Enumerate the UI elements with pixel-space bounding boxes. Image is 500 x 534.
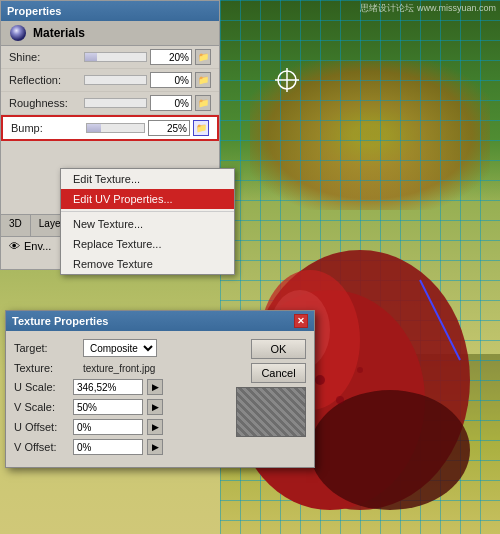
tab-3d[interactable]: 3D: [1, 215, 31, 236]
texture-properties-dialog: Texture Properties ✕ Target: Composite T…: [5, 310, 315, 468]
bump-value[interactable]: 25%: [148, 120, 190, 136]
shine-value[interactable]: 20%: [150, 49, 192, 65]
roughness-slider: 0% 📁: [84, 95, 211, 111]
vscale-value[interactable]: 50%: [73, 399, 143, 415]
reflection-label: Reflection:: [9, 74, 84, 86]
texture-name-row: Texture: texture_front.jpg: [14, 362, 228, 374]
context-menu-item-new-texture[interactable]: New Texture...: [61, 214, 234, 234]
context-menu-separator: [61, 211, 234, 212]
env-text: Env...: [24, 240, 51, 252]
dialog-titlebar: Texture Properties ✕: [6, 311, 314, 331]
shine-folder-icon[interactable]: 📁: [195, 49, 211, 65]
svg-point-13: [10, 25, 26, 41]
dialog-title: Texture Properties: [12, 315, 108, 327]
dialog-right-panel: OK Cancel: [236, 339, 306, 459]
context-menu: Edit Texture... Edit UV Properties... Ne…: [60, 168, 235, 275]
vscale-arrow[interactable]: ▶: [147, 399, 163, 415]
vscale-label: V Scale:: [14, 401, 69, 413]
shine-bar-fill: [85, 53, 97, 61]
svg-point-8: [357, 367, 363, 373]
uoffset-arrow[interactable]: ▶: [147, 419, 163, 435]
texture-label: Texture:: [14, 362, 79, 374]
context-menu-item-replace-texture[interactable]: Replace Texture...: [61, 234, 234, 254]
reflection-value[interactable]: 0%: [150, 72, 192, 88]
target-row: Target: Composite: [14, 339, 228, 357]
svg-point-5: [315, 375, 325, 385]
roughness-bar: [84, 98, 147, 108]
shine-label: Shine:: [9, 51, 84, 63]
texture-filename: texture_front.jpg: [83, 363, 155, 374]
bump-label: Bump:: [11, 122, 86, 134]
target-label: Target:: [14, 342, 79, 354]
shine-row: Shine: 20% 📁: [1, 46, 219, 69]
uscale-arrow[interactable]: ▶: [147, 379, 163, 395]
context-menu-item-remove-texture[interactable]: Remove Texture: [61, 254, 234, 274]
roughness-row: Roughness: 0% 📁: [1, 92, 219, 115]
voffset-value[interactable]: 0%: [73, 439, 143, 455]
shine-slider: 20% 📁: [84, 49, 211, 65]
eye-icon: 👁: [9, 240, 20, 252]
dialog-cancel-button[interactable]: Cancel: [251, 363, 306, 383]
roughness-folder-icon[interactable]: 📁: [195, 95, 211, 111]
target-select[interactable]: Composite: [83, 339, 157, 357]
materials-sphere-icon: [9, 24, 27, 42]
bump-slider: 25% 📁: [86, 120, 209, 136]
bump-bar: [86, 123, 145, 133]
voffset-arrow[interactable]: ▶: [147, 439, 163, 455]
context-menu-item-edit-uv[interactable]: Edit UV Properties...: [61, 189, 234, 209]
voffset-label: V Offset:: [14, 441, 69, 453]
materials-section-header: Materials: [1, 21, 219, 46]
uoffset-row: U Offset: 0% ▶: [14, 419, 228, 435]
watermark-text: 思绪设计论坛 www.missyuan.com: [360, 2, 496, 15]
bump-bar-fill: [87, 124, 101, 132]
uoffset-value[interactable]: 0%: [73, 419, 143, 435]
context-menu-item-edit-texture[interactable]: Edit Texture...: [61, 169, 234, 189]
panel-title: Properties: [7, 5, 61, 17]
roughness-label: Roughness:: [9, 97, 84, 109]
uscale-row: U Scale: 346,52% ▶: [14, 379, 228, 395]
crosshair-icon: [275, 68, 299, 92]
reflection-bar: [84, 75, 147, 85]
reflection-slider: 0% 📁: [84, 72, 211, 88]
uscale-value[interactable]: 346,52%: [73, 379, 143, 395]
panel-titlebar: Properties: [1, 1, 219, 21]
dialog-close-button[interactable]: ✕: [294, 314, 308, 328]
voffset-row: V Offset: 0% ▶: [14, 439, 228, 455]
reflection-folder-icon[interactable]: 📁: [195, 72, 211, 88]
reflection-row: Reflection: 0% 📁: [1, 69, 219, 92]
dialog-ok-button[interactable]: OK: [251, 339, 306, 359]
roughness-value[interactable]: 0%: [150, 95, 192, 111]
uoffset-label: U Offset:: [14, 421, 69, 433]
dialog-body: Target: Composite Texture: texture_front…: [6, 331, 314, 467]
shine-bar: [84, 52, 147, 62]
svg-point-4: [310, 390, 470, 510]
svg-point-6: [336, 396, 344, 404]
bump-folder-icon[interactable]: 📁: [193, 120, 209, 136]
vscale-row: V Scale: 50% ▶: [14, 399, 228, 415]
materials-label: Materials: [33, 26, 85, 40]
bump-row: Bump: 25% 📁: [1, 115, 219, 141]
texture-preview: [236, 387, 306, 437]
texture-preview-image: [237, 388, 305, 436]
dialog-left-panel: Target: Composite Texture: texture_front…: [14, 339, 228, 459]
uscale-label: U Scale:: [14, 381, 69, 393]
